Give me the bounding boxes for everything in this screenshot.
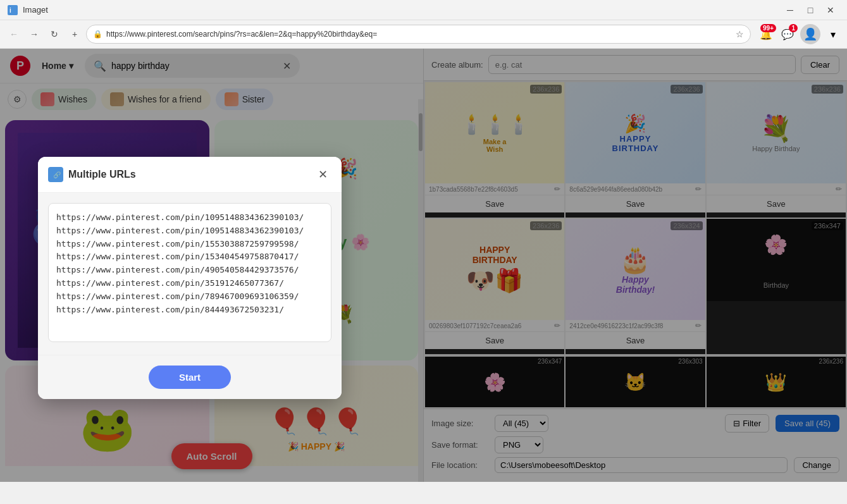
extensions-bar: 🔔 99+ 💬 1 👤 ▾ (757, 24, 842, 44)
user-avatar[interactable]: 👤 (800, 24, 820, 44)
modal-footer: Start (38, 355, 342, 399)
address-bar[interactable]: 🔒 ☆ (86, 25, 751, 44)
new-tab-button[interactable]: + (66, 25, 83, 43)
app-icon: i (8, 5, 18, 15)
notifications-button[interactable]: 🔔 99+ (757, 25, 775, 43)
address-input[interactable] (106, 30, 732, 39)
modal-body: https://www.pinterest.com/pin/1095148834… (38, 193, 342, 355)
title-bar: i Imaget ─ □ ✕ (0, 0, 847, 20)
window-controls: ─ □ ✕ (781, 1, 839, 19)
modal-overlay: 🔗 Multiple URLs ✕ https://www.pinterest.… (0, 49, 847, 482)
minimize-button[interactable]: ─ (781, 1, 799, 19)
modal-icon: 🔗 (48, 167, 63, 182)
notifications-badge: 99+ (760, 24, 776, 32)
urls-textarea[interactable]: https://www.pinterest.com/pin/1095148834… (48, 203, 331, 342)
modal-header: 🔗 Multiple URLs ✕ (38, 157, 342, 193)
title-bar-left: i Imaget (8, 5, 48, 15)
refresh-button[interactable]: ↻ (46, 25, 63, 43)
app-title: Imaget (23, 5, 48, 15)
nav-bar: ← → ↻ + 🔒 ☆ 🔔 99+ 💬 1 👤 ▾ (0, 20, 847, 48)
modal-title-row: 🔗 Multiple URLs (48, 167, 136, 182)
maximize-button[interactable]: □ (801, 1, 819, 19)
messages-badge: 1 (789, 24, 798, 32)
modal-close-button[interactable]: ✕ (314, 166, 331, 183)
start-button[interactable]: Start (149, 366, 231, 389)
secure-icon: 🔒 (93, 30, 102, 39)
bookmark-icon[interactable]: ☆ (736, 29, 744, 39)
close-button[interactable]: ✕ (822, 1, 839, 19)
profile-dropdown-button[interactable]: ▾ (824, 25, 842, 43)
multiple-urls-modal: 🔗 Multiple URLs ✕ https://www.pinterest.… (38, 157, 342, 399)
svg-text:🔗: 🔗 (53, 171, 61, 179)
forward-button[interactable]: → (25, 25, 43, 43)
main-content: P Home ▾ 🔍 ✕ ⚙ Wishes Wishes for a frien… (0, 49, 847, 482)
browser-chrome: ← → ↻ + 🔒 ☆ 🔔 99+ 💬 1 👤 ▾ (0, 20, 847, 49)
modal-title: Multiple URLs (68, 169, 136, 180)
svg-text:i: i (9, 7, 11, 14)
back-button[interactable]: ← (5, 25, 23, 43)
messages-button[interactable]: 💬 1 (779, 25, 796, 43)
